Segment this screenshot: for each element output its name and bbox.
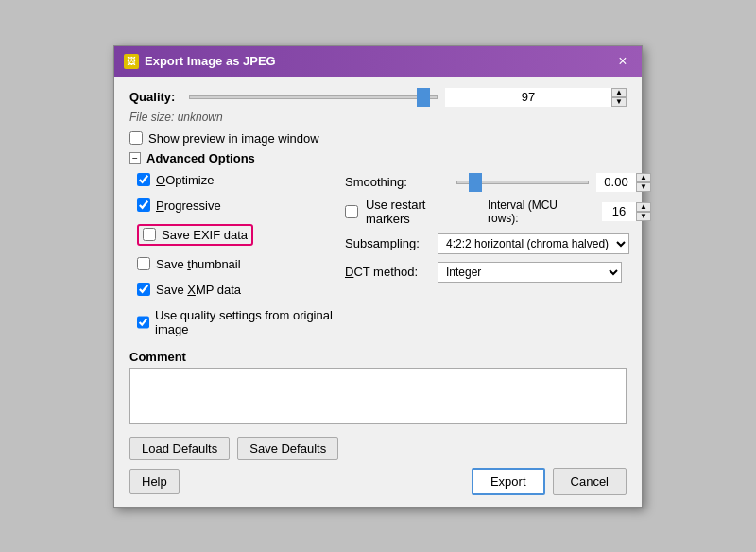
quality-spinner: ▲ ▼ [445,88,627,107]
interval-decrement[interactable]: ▼ [636,212,651,221]
quality-arrows: ▲ ▼ [611,88,627,107]
advanced-options-title: Advanced Options [146,151,255,165]
use-quality-label: Use quality settings from original image [155,308,345,336]
save-thumbnail-label: Save thumbnail [156,257,241,271]
save-xmp-label: Save XMP data [156,283,241,297]
save-exif-checkbox[interactable] [143,228,156,241]
close-button[interactable]: × [613,52,632,71]
smoothing-decrement[interactable]: ▼ [636,182,651,192]
save-thumbnail-checkbox[interactable] [137,257,150,270]
optimize-checkbox[interactable] [137,173,150,186]
smoothing-slider[interactable] [456,181,589,184]
quality-slider[interactable] [189,95,438,99]
save-exif-highlight: Save EXIF data [137,224,253,246]
save-xmp-row: Save XMP data [137,283,345,297]
optimize-label: OOptimize [156,173,214,187]
smoothing-spinner: ▲ ▼ [596,173,651,192]
quality-row: Quality: ▲ ▼ [129,88,627,107]
help-button[interactable]: Help [129,469,180,494]
restart-markers-checkbox[interactable] [345,205,358,218]
interval-increment[interactable]: ▲ [636,202,651,212]
smoothing-increment[interactable]: ▲ [636,173,651,182]
dct-method-select[interactable]: Integer Fixed Float [438,262,622,283]
quality-increment[interactable]: ▲ [611,88,627,97]
comment-textarea[interactable] [129,368,627,424]
subsampling-select[interactable]: 4:2:2 horizontal (chroma halved) 4:2:0 4… [438,233,629,254]
advanced-right-col: Smoothing: ▲ ▼ Use restart markers Inter… [345,173,651,342]
interval-arrows: ▲ ▼ [636,202,651,221]
save-defaults-button[interactable]: Save Defaults [237,437,338,460]
advanced-options-header: − Advanced Options [129,151,627,165]
dialog-body: Quality: ▲ ▼ File size: unknown Show pre… [114,77,642,507]
comment-section: Comment [129,350,627,427]
smoothing-row: Smoothing: ▲ ▼ [345,173,651,192]
dialog-title: Export Image as JPEG [145,54,276,68]
subsampling-label: Subsampling: [345,236,430,250]
restart-markers-label: Use restart markers [366,198,472,226]
load-defaults-button[interactable]: Load Defaults [129,437,230,460]
comment-label: Comment [129,350,627,364]
file-size-label: File size: unknown [129,111,627,124]
dct-method-label: DCT method: [345,265,430,279]
use-quality-row: Use quality settings from original image [137,308,345,336]
smoothing-arrows: ▲ ▼ [636,173,651,192]
export-button[interactable]: Export [472,468,545,495]
subsampling-row: Subsampling: 4:2:2 horizontal (chroma ha… [345,233,651,254]
interval-spinner: ▲ ▼ [602,202,651,221]
action-footer: Help Export Cancel [129,468,627,495]
save-thumbnail-row: Save thumbnail [137,257,345,271]
save-exif-label: Save EXIF data [162,228,248,242]
progressive-label: Progressive [156,198,221,213]
title-bar: 🖼 Export Image as JPEG × [114,46,642,77]
primary-actions: Export Cancel [472,468,627,495]
show-preview-row: Show preview in image window [129,131,627,146]
quality-slider-wrapper [189,88,438,107]
quality-decrement[interactable]: ▼ [611,97,627,107]
smoothing-value-input[interactable] [596,173,636,192]
save-xmp-checkbox[interactable] [137,283,150,296]
dct-method-row: DCT method: Integer Fixed Float [345,262,651,283]
optimize-row: OOptimize [137,173,345,187]
app-icon: 🖼 [124,54,139,69]
use-quality-checkbox[interactable] [137,316,149,329]
quality-label: Quality: [129,90,181,104]
smoothing-label: Smoothing: [345,175,449,189]
progressive-row: Progressive [137,198,345,213]
advanced-options-grid: OOptimize Progressive Save EXIF data [137,173,627,342]
show-preview-checkbox[interactable] [129,131,143,145]
quality-value-input[interactable] [445,88,611,107]
advanced-left-col: OOptimize Progressive Save EXIF data [137,173,345,342]
collapse-button[interactable]: − [129,152,141,164]
cancel-button[interactable]: Cancel [553,468,627,495]
interval-value-input[interactable] [602,202,636,221]
save-exif-row: Save EXIF data [137,224,345,246]
defaults-button-row: Load Defaults Save Defaults [129,437,627,460]
progressive-checkbox[interactable] [137,198,150,212]
restart-markers-row: Use restart markers Interval (MCU rows):… [345,198,651,226]
export-jpeg-dialog: 🖼 Export Image as JPEG × Quality: ▲ ▼ Fi… [113,45,643,508]
show-preview-label: Show preview in image window [148,131,319,146]
interval-label: Interval (MCU rows): [488,198,591,225]
